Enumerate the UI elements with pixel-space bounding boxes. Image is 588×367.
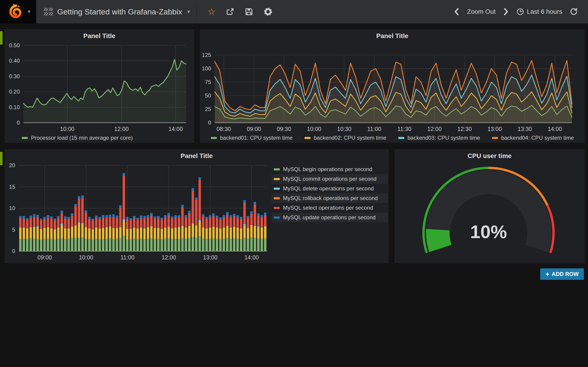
refresh-icon [570,8,578,16]
x-axis-tick: 11:00 [121,254,135,261]
grafana-flame-icon [6,2,26,22]
plus-icon: + [545,271,550,277]
legend-item[interactable]: backend04: CPU system time [492,135,574,141]
legend-item[interactable]: MySQL rollback operations per second [271,193,388,203]
share-button[interactable] [226,7,234,16]
legend-label: backend02: CPU system time [314,135,386,141]
save-icon [245,7,253,16]
legend-item[interactable]: backend01: CPU system time [211,135,293,141]
legend-swatch [274,217,280,219]
legend-item[interactable]: Processor load (15 min average per core) [22,135,133,141]
panel-cpu-system-time: 025507510012508:3009:0009:3010:0010:3011… [200,29,585,143]
y-axis-tick: 50 [205,92,211,99]
legend-item[interactable]: backend02: CPU system time [304,135,386,141]
panel-title[interactable]: Panel Title [5,152,389,160]
x-axis-tick: 14:00 [244,254,259,261]
legend-label: backend01: CPU system time [220,135,293,141]
x-axis-tick: 13:00 [487,126,502,132]
x-axis-tick: 11:00 [367,126,381,132]
chevron-right-icon [503,8,509,16]
panel-title[interactable]: Panel Title [200,32,585,40]
legend-label: MySQL select operations per second [283,205,373,211]
x-axis-tick: 14:00 [168,126,183,132]
panel-title[interactable]: Panel Title [5,32,194,40]
legend-item[interactable]: backend03: CPU system time [398,135,480,141]
legend-swatch [274,178,280,180]
y-axis-tick: 125 [202,52,211,58]
caret-down-icon: ▾ [187,8,190,15]
chart-cpu-system-time[interactable]: 025507510012508:3009:0009:3010:0010:3011… [200,29,585,143]
x-axis-tick: 08:30 [216,126,231,132]
y-axis-tick: 25 [205,106,211,112]
divider [196,5,197,18]
panel-cpu-user-gauge: 10% CPU user time [394,149,585,263]
x-axis-tick: 13:30 [518,126,532,132]
time-forward-button[interactable] [503,8,509,16]
legend-item[interactable]: MySQL commit operations per second [271,174,388,184]
y-axis-tick: 0.40 [9,58,20,64]
chart-processor-load[interactable]: 00.100.200.300.400.5010:0012:0014:00 [5,29,194,143]
y-axis-tick: 0 [208,119,211,126]
legend-item[interactable]: MySQL update operations per second [271,213,388,222]
gauge-value: 10% [470,222,507,242]
legend: Processor load (15 min average per core) [22,135,133,141]
legend-label: backend03: CPU system time [407,135,480,141]
gauge-cpu-user-time: 10% [394,149,585,263]
x-axis-tick: 12:00 [162,254,176,261]
time-range-picker[interactable]: Last 6 hours [516,8,562,16]
time-back-button[interactable] [454,8,460,16]
legend-label: MySQL rollback operations per second [283,195,378,201]
save-button[interactable] [245,7,253,16]
time-range-label: Last 6 hours [527,8,562,15]
panel-title[interactable]: CPU user time [394,152,585,160]
y-axis-tick: 0.30 [9,73,20,79]
y-axis-tick: 0 [17,119,20,126]
dashboard-title-button[interactable]: Getting Started with Grafana-Zabbix ▾ [44,7,190,16]
gear-icon [263,7,273,16]
add-row-label: ADD ROW [552,271,579,277]
share-icon [226,7,234,16]
zoom-out-button[interactable]: Zoom Out [467,8,495,15]
x-axis-tick: 09:00 [247,126,261,132]
star-button[interactable]: ☆ [208,7,216,16]
dashboard-title: Getting Started with Grafana-Zabbix [57,7,182,16]
x-axis-tick: 10:00 [79,254,93,261]
y-axis-tick: 0.10 [9,104,20,110]
x-axis-tick: 12:00 [427,126,442,132]
y-axis-tick: 0.20 [9,89,20,95]
legend-swatch [211,137,217,139]
settings-button[interactable] [263,7,273,16]
y-axis-tick: 15 [9,184,15,190]
row-1-handle[interactable] [0,31,2,44]
legend-item[interactable]: MySQL begin operations per second [271,165,388,174]
caret-down-icon: ▾ [28,9,30,15]
x-axis-tick: 09:30 [277,126,291,132]
legend-swatch [22,137,28,139]
legend-item[interactable]: MySQL select operations per second [271,203,388,213]
divider [36,0,36,23]
legend-swatch [274,188,280,190]
legend-swatch [274,168,280,170]
refresh-button[interactable] [570,8,578,16]
legend-swatch [304,137,311,139]
legend-item[interactable]: MySQL delete operations per second [271,184,388,193]
legend-label: backend04: CPU system time [501,135,574,141]
dashboard-grid-icon [44,8,53,16]
x-axis-tick: 14:00 [548,126,562,132]
y-axis-tick: 5 [12,227,15,233]
chevron-left-icon [454,8,460,16]
y-axis-tick: 20 [9,162,15,168]
add-row-button[interactable]: + ADD ROW [540,268,584,280]
x-axis-tick: 10:00 [307,126,321,132]
y-axis-tick: 10 [9,205,15,211]
panel-processor-load: 00.100.200.300.400.5010:0012:0014:00 Pan… [5,29,194,143]
y-axis-tick: 100 [202,65,211,72]
grafana-logo[interactable]: ▾ [0,0,36,23]
legend-label: MySQL commit operations per second [283,176,376,182]
y-axis-tick: 75 [205,79,211,85]
row-2-handle[interactable] [0,152,2,165]
legend-swatch [274,197,280,199]
clock-icon [516,8,524,16]
legend-swatch [274,207,280,209]
star-icon: ☆ [208,7,216,16]
